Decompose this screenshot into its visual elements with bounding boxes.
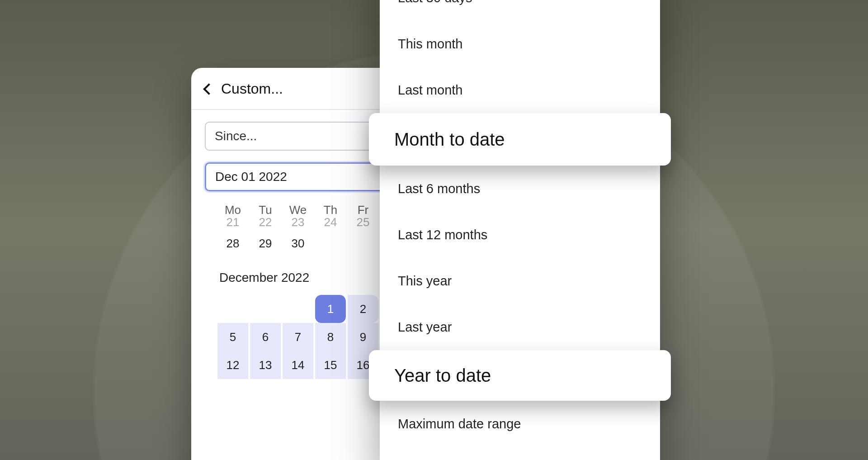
day-cell[interactable]: 23 [283,215,313,228]
date-value: Dec 01 2022 [215,170,287,184]
day-cell[interactable]: 12 [217,351,248,379]
day-cell [217,295,248,323]
day-cell[interactable]: 9 [348,323,378,351]
day-cell[interactable]: 15 [315,351,346,379]
preset-label: Last 12 months [398,228,487,242]
day-cell[interactable]: 13 [250,351,281,379]
preset-label: Last 6 months [398,181,480,196]
preset-label: Last 30 days [398,0,472,5]
preset-label: Year to date [394,365,491,386]
preset-item-this-month[interactable]: This month [380,21,660,67]
day-cell [250,295,281,323]
day-cell[interactable]: 8 [315,323,346,351]
chevron-left-icon[interactable] [203,83,214,95]
preset-item-last-year[interactable]: Last year [380,304,660,350]
day-cell[interactable]: 24 [315,215,346,228]
panel-title: Custom... [221,81,283,97]
preset-list: Last 30 days This month Last month Month… [380,0,660,460]
preset-item-year-to-date[interactable]: Year to date [369,350,671,401]
preset-label: Month to date [394,129,505,150]
day-cell[interactable]: 21 [217,215,248,228]
preset-item-month-to-date[interactable]: Month to date [369,113,671,166]
preset-item-last-month[interactable]: Last month [380,67,660,113]
day-cell[interactable]: 29 [250,237,281,251]
day-cell-selected[interactable]: 1 [315,295,346,323]
preset-label: Last year [398,320,452,335]
preset-item-maximum-date-range[interactable]: Maximum date range [380,401,660,447]
since-placeholder: Since... [215,129,257,143]
preset-label: This year [398,274,452,289]
day-cell[interactable]: 25 [348,215,378,228]
day-cell[interactable]: 5 [217,323,248,351]
preset-item-this-year[interactable]: This year [380,258,660,304]
day-cell [283,295,313,323]
day-cell[interactable]: 30 [283,237,313,251]
day-cell[interactable]: 2 [348,295,378,323]
day-cell[interactable]: 7 [283,323,313,351]
day-cell[interactable]: 14 [283,351,313,379]
preset-label: Last month [398,83,462,98]
preset-item-last-12-months[interactable]: Last 12 months [380,212,660,258]
day-cell[interactable]: 28 [217,237,248,251]
day-cell[interactable]: 6 [250,323,281,351]
preset-item-last-30-days[interactable]: Last 30 days [380,0,660,21]
preset-label: Maximum date range [398,417,521,432]
day-cell[interactable]: 22 [250,215,281,228]
preset-label: This month [398,37,462,52]
preset-item-last-6-months[interactable]: Last 6 months [380,166,660,212]
